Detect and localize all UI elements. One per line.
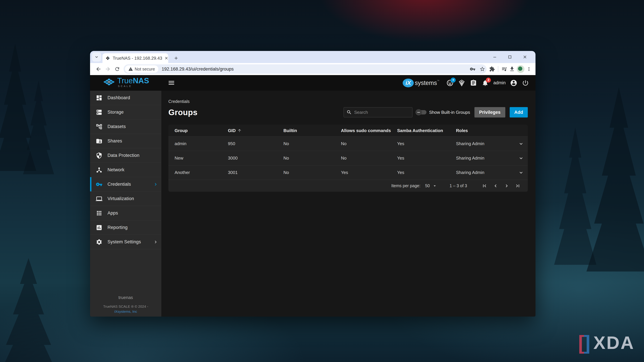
network-icon (96, 166, 103, 174)
security-label: Not secure (135, 67, 155, 71)
chevron-right-icon (153, 182, 158, 187)
dropdown-caret-icon[interactable] (432, 183, 437, 188)
expand-row-icon[interactable] (514, 170, 528, 175)
url-text: 192.168.29.43/ui/credentials/groups (162, 66, 470, 72)
sidebar-item-dashboard[interactable]: Dashboard (90, 91, 161, 105)
column-header-roles[interactable]: Roles (456, 128, 514, 133)
items-per-page-select[interactable]: 50 (425, 183, 430, 188)
sidebar-item-credentials[interactable]: Credentials (90, 177, 161, 192)
truecommand-icon[interactable] (458, 79, 466, 87)
page-title: Groups (168, 108, 198, 117)
show-builtin-toggle[interactable]: Show Built-in Groups (417, 110, 470, 115)
last-page-button[interactable] (513, 182, 522, 190)
security-chip[interactable]: Not secure (125, 65, 158, 73)
sidebar-item-data-protection[interactable]: Data Protection (90, 148, 161, 163)
previous-page-button[interactable] (491, 182, 500, 190)
close-button[interactable] (518, 51, 532, 63)
breadcrumb[interactable]: Credentials (168, 99, 528, 104)
column-header-samba[interactable]: Samba Authentication (397, 128, 456, 133)
window-controls (487, 51, 532, 63)
shield-icon (96, 152, 103, 159)
gear-icon (96, 238, 103, 246)
app-header: TrueNAS SCALE iX systems™ + (90, 75, 536, 91)
column-header-builtin[interactable]: Builtin (284, 128, 341, 133)
menu-hamburger-icon[interactable] (168, 79, 175, 86)
xda-logo-text: XDA (593, 332, 634, 353)
alerts-bell-icon[interactable]: 2 (482, 79, 489, 87)
company-link[interactable]: iXsystems, Inc (90, 310, 161, 314)
profile-avatar[interactable] (517, 65, 524, 73)
privileges-button[interactable]: Privileges (474, 107, 505, 117)
chevron-right-icon (153, 239, 158, 245)
forward-button[interactable] (103, 64, 112, 74)
sidebar-item-system-settings[interactable]: System Settings (90, 235, 161, 249)
sidebar-item-virtualization[interactable]: Virtualization (90, 192, 161, 206)
next-page-button[interactable] (502, 182, 511, 190)
toggle-track[interactable] (417, 110, 426, 114)
tab-close-icon[interactable] (164, 56, 168, 60)
column-header-gid[interactable]: GID (228, 128, 284, 133)
account-icon[interactable] (510, 79, 518, 87)
truenas-favicon: ❖ (106, 55, 110, 61)
search-box[interactable] (344, 107, 412, 117)
shares-icon (96, 137, 103, 145)
back-button[interactable] (94, 64, 103, 74)
logged-in-username: admin (493, 80, 506, 85)
column-header-group[interactable]: Group (174, 128, 228, 133)
xda-watermark: [ ] XDA (578, 331, 634, 354)
table-header-row: Group GID Builtin Allows sudo commands S… (168, 125, 528, 136)
copyright-text: TrueNAS SCALE ® © 2024 - (90, 305, 161, 309)
media-playlist-icon[interactable] (501, 66, 507, 72)
sidebar-footer: truenas TrueNAS SCALE ® © 2024 - iXsyste… (90, 295, 161, 314)
downloads-icon[interactable] (509, 66, 515, 72)
pagination-range: 1 – 3 of 3 (450, 183, 467, 188)
sidebar-item-apps[interactable]: Apps (90, 206, 161, 220)
jobs-clipboard-icon[interactable] (470, 79, 477, 87)
extensions-icon[interactable] (489, 66, 495, 72)
password-key-icon[interactable] (470, 66, 476, 72)
truenas-logo[interactable]: TrueNAS SCALE (104, 77, 149, 87)
sidebar-item-reporting[interactable]: Reporting (90, 220, 161, 235)
tab-strip: ❖ TrueNAS - 192.168.29.43 (90, 51, 536, 63)
table-row[interactable]: New 3000 No No Yes Sharing Admin (168, 151, 528, 165)
hostname: truenas (90, 295, 161, 300)
items-per-page-label: Items per page: (391, 183, 420, 188)
sidebar-item-shares[interactable]: Shares (90, 134, 161, 148)
ixsystems-logo: iX systems™ (403, 79, 439, 87)
toggle-thumb[interactable] (416, 109, 422, 115)
bookmark-star-icon[interactable] (480, 66, 485, 72)
new-tab-button[interactable] (172, 54, 180, 63)
power-icon[interactable] (522, 79, 529, 87)
expand-row-icon[interactable] (514, 141, 528, 147)
minimize-button[interactable] (487, 51, 502, 63)
dashboard-icon (96, 94, 103, 102)
add-button[interactable]: Add (510, 107, 528, 117)
feedback-badge: + (451, 78, 456, 83)
tab-search-button[interactable] (92, 52, 101, 61)
first-page-button[interactable] (480, 182, 489, 190)
sidebar-item-storage[interactable]: Storage (90, 105, 161, 119)
truenas-gem-icon (104, 77, 114, 87)
table-row[interactable]: Another 3001 No Yes Yes Sharing Admin (168, 165, 528, 180)
maximize-button[interactable] (502, 51, 518, 63)
search-icon (346, 110, 352, 115)
tree-silhouette (0, 258, 64, 362)
column-header-sudo[interactable]: Allows sudo commands (341, 128, 397, 133)
browser-tab[interactable]: ❖ TrueNAS - 192.168.29.43 (102, 53, 168, 63)
table-row[interactable]: admin 950 No No Yes Sharing Admin (168, 136, 528, 151)
browser-toolbar: Not secure 192.168.29.43/ui/credentials/… (90, 63, 536, 75)
expand-row-icon[interactable] (514, 155, 528, 161)
table-pagination: Items per page: 50 1 – 3 of 3 (168, 180, 528, 192)
toggle-label: Show Built-in Groups (429, 110, 470, 115)
sidebar-item-datasets[interactable]: Datasets (90, 119, 161, 134)
truenas-app: TrueNAS SCALE iX systems™ + (90, 75, 536, 317)
reload-button[interactable] (112, 64, 122, 74)
alerts-badge: 2 (486, 78, 491, 83)
feedback-icon[interactable]: + (446, 79, 454, 87)
browser-menu-icon[interactable] (526, 66, 532, 72)
storage-icon (96, 109, 103, 116)
search-input[interactable] (354, 110, 410, 115)
brand-edition: SCALE (118, 85, 149, 87)
sidebar-item-network[interactable]: Network (90, 163, 161, 177)
url-bar[interactable]: Not secure 192.168.29.43/ui/credentials/… (124, 64, 486, 74)
